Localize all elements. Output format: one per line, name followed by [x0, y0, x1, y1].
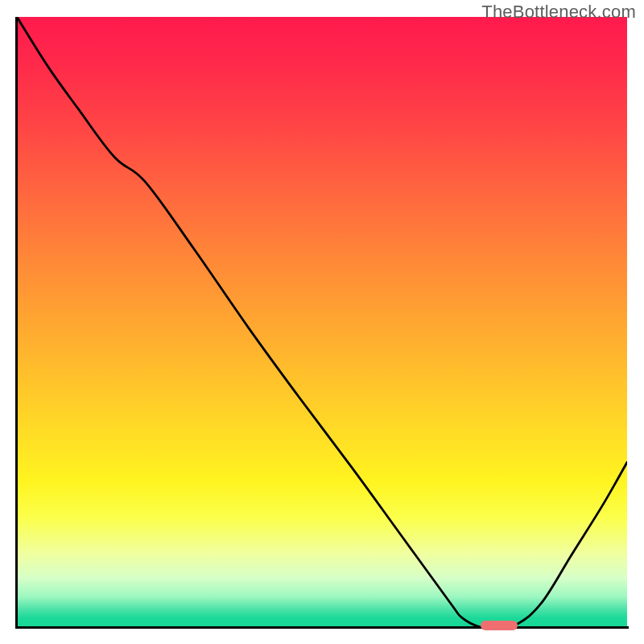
chart-frame: TheBottleneck.com [0, 0, 644, 644]
optimum-marker [481, 621, 517, 630]
bottleneck-curve [17, 17, 627, 627]
watermark-text: TheBottleneck.com [481, 2, 636, 23]
